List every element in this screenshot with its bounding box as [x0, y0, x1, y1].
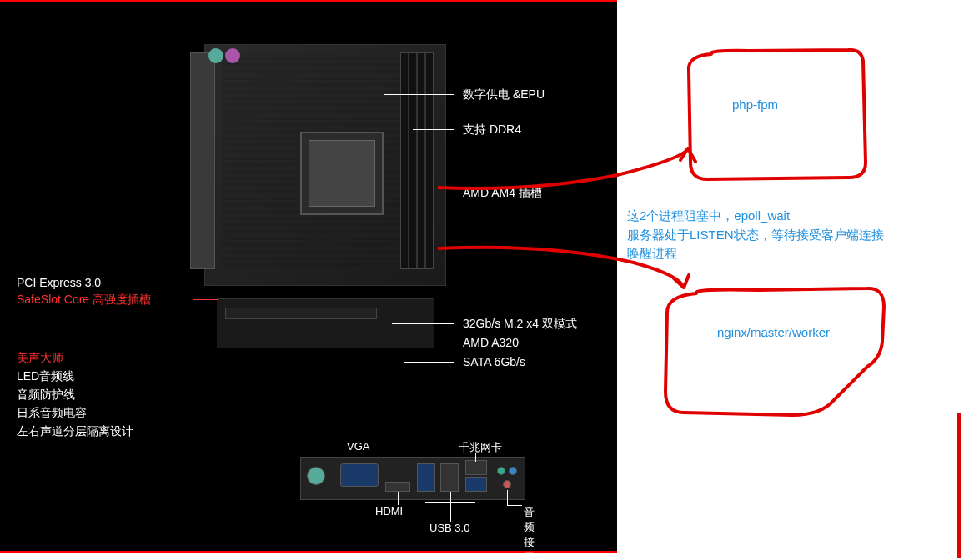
- label-audio-title: 美声大师: [17, 351, 63, 366]
- label-a320: AMD A320: [463, 336, 519, 349]
- leader-lan: [475, 453, 476, 462]
- sketch-box-nginx: [659, 283, 892, 425]
- io-shield: [190, 52, 215, 269]
- sketch-stray-line: [955, 412, 963, 558]
- sketch-box-phpfpm: [682, 46, 874, 188]
- ps2-port-green: [208, 48, 223, 63]
- io-usb3-a: [417, 463, 435, 492]
- io-usb3-c: [465, 477, 487, 492]
- leader-audio: [71, 358, 202, 358]
- leader-vga: [359, 453, 359, 463]
- io-vga: [340, 463, 379, 487]
- label-audio-4: 左右声道分层隔离设计: [17, 424, 133, 439]
- leader-ddr4: [413, 129, 454, 130]
- io-audio-1: [497, 467, 505, 475]
- io-audio-2: [509, 467, 517, 475]
- leader-a320: [419, 342, 454, 343]
- label-safeslot: SafeSlot Core 高强度插槽: [17, 292, 151, 308]
- io-label-lan: 千兆网卡: [459, 440, 502, 455]
- label-sata: SATA 6Gb/s: [463, 355, 525, 368]
- io-lan: [465, 460, 487, 475]
- label-audio-2: 音频防护线: [17, 388, 75, 402]
- label-audio-1: LED音频线: [17, 369, 74, 384]
- label-audio-3: 日系音频电容: [17, 406, 87, 421]
- leader-audio-io-h: [507, 505, 522, 506]
- io-ps2: [307, 467, 325, 485]
- io-usb3-b: [440, 463, 459, 492]
- annot-nginx: nginx/master/worker: [717, 323, 830, 342]
- ps2-port-purple: [225, 48, 240, 63]
- label-pcie: PCI Express 3.0: [17, 276, 101, 289]
- annot-phpfpm: php-fpm: [732, 96, 778, 115]
- annot-note-line1: 这2个进程阻塞中，epoll_wait: [627, 207, 961, 226]
- leader-usb3: [450, 492, 451, 522]
- cpu-socket: [300, 132, 384, 215]
- label-ddr4: 支持 DDR4: [463, 122, 521, 138]
- io-label-audio: 音频接口: [524, 505, 542, 560]
- leader-m2: [392, 323, 454, 324]
- leader-usb3-h: [425, 502, 475, 503]
- leader-audio-io: [507, 490, 508, 505]
- io-audio-3: [503, 480, 511, 488]
- leader-safeslot: [193, 299, 218, 300]
- leader-epu: [384, 94, 454, 95]
- leader-hdmi: [398, 492, 399, 505]
- label-m2: 32Gb/s M.2 x4 双模式: [463, 317, 577, 332]
- io-panel: VGA 千兆网卡 HDMI USB 3.0 音频接口: [300, 440, 542, 515]
- label-epu: 数字供电 &EPU: [463, 88, 545, 102]
- ram-slots: [400, 52, 434, 269]
- sketch-arrow-1: [434, 142, 709, 200]
- io-label-vga: VGA: [347, 440, 369, 452]
- io-hdmi: [385, 482, 410, 492]
- io-label-usb3: USB 3.0: [429, 522, 469, 534]
- sketch-arrow-2: [434, 242, 692, 300]
- leader-sata: [404, 362, 454, 362]
- io-backplate: [300, 457, 525, 500]
- io-label-hdmi: HDMI: [375, 505, 403, 518]
